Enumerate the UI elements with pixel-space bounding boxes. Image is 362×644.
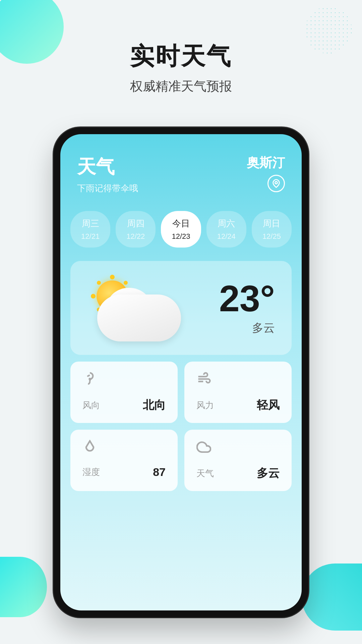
humidity-label: 湿度 bbox=[82, 466, 100, 478]
svg-point-3 bbox=[91, 294, 96, 299]
svg-point-9 bbox=[88, 378, 91, 380]
svg-point-0 bbox=[275, 181, 278, 184]
wind-direction-card: 风向 北向 bbox=[70, 362, 178, 423]
location-icon[interactable] bbox=[267, 175, 285, 192]
bg-decoration-bottom-left bbox=[0, 557, 47, 617]
weather-condition-icon bbox=[196, 440, 280, 462]
weather-header: 天气 下雨记得带伞哦 奥斯汀 bbox=[60, 134, 302, 204]
humidity-row: 湿度 87 bbox=[82, 466, 166, 479]
weather-condition-label: 天气 bbox=[196, 468, 214, 479]
wind-strength-row: 风力 轻风 bbox=[196, 397, 280, 413]
wind-strength-label: 风力 bbox=[196, 399, 214, 411]
phone-screen: 天气 下雨记得带伞哦 奥斯汀 周三 12/21 bbox=[60, 134, 302, 610]
humidity-icon bbox=[82, 440, 166, 462]
wind-direction-icon bbox=[82, 372, 166, 393]
day-date-sat: 12/24 bbox=[217, 232, 236, 241]
cloud-body bbox=[97, 294, 181, 341]
weather-app-subtitle: 下雨记得带伞哦 bbox=[77, 182, 138, 194]
detail-cards-grid: 风向 北向 风力 轻风 bbox=[70, 362, 292, 491]
weather-condition-value: 多云 bbox=[257, 466, 280, 481]
day-date-wed: 12/21 bbox=[81, 232, 100, 241]
phone-container: 天气 下雨记得带伞哦 奥斯汀 周三 12/21 bbox=[54, 127, 308, 617]
weather-description: 多云 bbox=[219, 320, 275, 336]
day-item-today[interactable]: 今日 12/23 bbox=[161, 211, 201, 248]
main-weather-card: 23° 多云 bbox=[70, 261, 292, 355]
weather-icon-area bbox=[87, 271, 188, 345]
day-date-today: 12/23 bbox=[172, 232, 190, 241]
wind-direction-row: 风向 北向 bbox=[82, 397, 166, 413]
weather-condition-card: 天气 多云 bbox=[184, 430, 292, 491]
day-date-thu: 12/22 bbox=[126, 232, 145, 241]
day-name-today: 今日 bbox=[172, 218, 190, 229]
day-name-wed: 周三 bbox=[82, 218, 99, 229]
temperature-display: 23° bbox=[219, 280, 275, 317]
day-item-thu[interactable]: 周四 12/22 bbox=[116, 211, 156, 248]
day-selector: 周三 12/21 周四 12/22 今日 12/23 周六 12/24 周日 bbox=[60, 204, 302, 254]
wind-direction-value: 北向 bbox=[143, 397, 166, 413]
humidity-value: 87 bbox=[153, 466, 166, 479]
bg-decoration-bottom-right bbox=[302, 564, 362, 631]
phone-frame: 天气 下雨记得带伞哦 奥斯汀 周三 12/21 bbox=[54, 127, 308, 617]
weather-app-title: 天气 bbox=[77, 154, 138, 180]
day-item-sun[interactable]: 周日 12/25 bbox=[252, 211, 292, 248]
wind-direction-label: 风向 bbox=[82, 399, 100, 411]
day-name-sat: 周六 bbox=[218, 218, 235, 229]
header-section: 实时天气 权威精准天气预报 bbox=[0, 40, 362, 95]
day-item-sat[interactable]: 周六 12/24 bbox=[206, 211, 246, 248]
wind-strength-card: 风力 轻风 bbox=[184, 362, 292, 423]
wind-strength-value: 轻风 bbox=[257, 397, 280, 413]
sub-title: 权威精准天气预报 bbox=[0, 78, 362, 95]
svg-point-5 bbox=[97, 281, 101, 285]
day-date-sun: 12/25 bbox=[262, 232, 281, 241]
weather-condition-row: 天气 多云 bbox=[196, 466, 280, 481]
weather-location-group: 奥斯汀 bbox=[247, 154, 285, 192]
svg-point-1 bbox=[110, 275, 115, 279]
day-name-sun: 周日 bbox=[263, 218, 280, 229]
location-name: 奥斯汀 bbox=[247, 154, 285, 171]
day-name-thu: 周四 bbox=[127, 218, 144, 229]
svg-point-6 bbox=[124, 281, 128, 285]
wind-strength-icon bbox=[196, 372, 280, 393]
weather-temp-area: 23° 多云 bbox=[219, 280, 275, 336]
humidity-card: 湿度 87 bbox=[70, 430, 178, 491]
day-item-wed[interactable]: 周三 12/21 bbox=[70, 211, 110, 248]
weather-title-group: 天气 下雨记得带伞哦 bbox=[77, 154, 138, 194]
main-title: 实时天气 bbox=[0, 40, 362, 72]
